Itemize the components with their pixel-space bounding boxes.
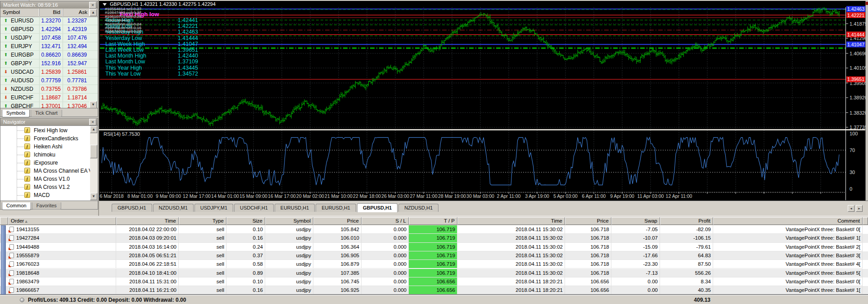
navigator-item-iexposure[interactable]: ƒiExposure xyxy=(0,159,90,167)
navigator-item-ma-cross-channel-ea-v1[interactable]: ƒMA Cross Channel EA V1 xyxy=(0,167,90,175)
bid-value: 0.86620 xyxy=(40,51,61,59)
tab-common[interactable]: Common xyxy=(2,202,31,210)
chart-scroll-strip[interactable] xyxy=(866,1,868,201)
navigator-item-ma-cross-v1-2[interactable]: ƒMA Cross V1.2 xyxy=(0,183,90,191)
cell-s-l: 0.000 xyxy=(362,269,409,277)
rsi-axis-label: 30 xyxy=(850,170,855,175)
navigator-close-icon[interactable]: × xyxy=(89,119,96,125)
symbol-name: USDCAD xyxy=(11,68,34,76)
pane-separator[interactable] xyxy=(99,129,865,130)
column-header-order[interactable]: Order ▵ xyxy=(8,217,116,225)
table-row[interactable]: 198186482018.04.10 18:41:00sell0.89usdjp… xyxy=(0,269,868,277)
navigator-item-label: iExposure xyxy=(34,160,58,166)
chart-tab-eurusd-h1[interactable]: EURUSD,H1 xyxy=(316,204,356,212)
column-header-symbol[interactable]: Symbol xyxy=(265,217,313,225)
indicator-icon: ƒ xyxy=(24,152,30,157)
annotation-value: 1.42441 xyxy=(178,17,198,23)
cell-price: 106.718 xyxy=(565,243,611,251)
tab-tick-chart[interactable]: Tick Chart xyxy=(31,110,62,117)
market-watch-close-icon[interactable]: × xyxy=(89,2,96,9)
cell-time: 2018.04.11 18:20:21 xyxy=(457,277,565,286)
cell-time: 2018.04.11 15:30:02 xyxy=(457,269,565,277)
market-watch-row[interactable]: ⬆EURGBP0.866200.86639 xyxy=(0,51,98,59)
navigator-scrollbar[interactable]: ▲ ▼ xyxy=(90,126,98,201)
cell-symbol: usdjpy xyxy=(265,251,313,260)
cell-price: 106.718 xyxy=(565,234,611,242)
table-row[interactable]: 198666572018.04.11 16:21:00sell0.16usdjp… xyxy=(0,286,868,295)
market-watch-row[interactable]: ⬇USDCAD1.258391.25861 xyxy=(0,68,98,76)
table-row[interactable]: 196760232018.04.06 22:18:51sell0.58usdjp… xyxy=(0,260,868,268)
chart-tab-gbpusd-h1[interactable]: GBPUSD,H1 xyxy=(357,203,398,212)
scroll-up-button[interactable]: ▲ xyxy=(90,9,97,16)
annotation-value: 1.42440 xyxy=(178,53,198,59)
market-watch-row[interactable]: ⬇NZDUSD0.737550.73786 xyxy=(0,85,98,94)
cell-price: 105.842 xyxy=(313,225,362,234)
cell-size: 0.24 xyxy=(226,243,265,251)
table-row[interactable]: 198634792018.04.11 15:31:00sell0.10usdjp… xyxy=(0,277,868,286)
scroll-down-button[interactable]: ▼ xyxy=(90,193,97,200)
cell-type: sell xyxy=(179,260,226,268)
column-header-profit[interactable]: Profit xyxy=(660,217,713,225)
column-header-comment[interactable]: Comment xyxy=(713,217,863,225)
chart-background xyxy=(99,1,868,201)
bid-value: 1.23270 xyxy=(40,17,61,25)
column-header-s-l[interactable]: S / L xyxy=(362,217,409,225)
column-header-type[interactable]: Type xyxy=(179,217,226,225)
chart-tab-nzdusd-m1[interactable]: NZDUSD,M1 xyxy=(153,204,194,212)
cell-time: 2018.04.11 15:30:02 xyxy=(457,225,565,234)
column-header-swap[interactable]: Swap xyxy=(611,217,660,225)
cell-t-p: 106.719 xyxy=(409,243,457,251)
symbol-name: EURJPY xyxy=(11,42,32,50)
chart-tab-usdjpy-m1[interactable]: USDJPY,M1 xyxy=(194,204,233,212)
column-header-price[interactable]: Price xyxy=(565,217,611,225)
scroll-up-button[interactable]: ▲ xyxy=(90,126,97,133)
column-header-time[interactable]: Time xyxy=(457,217,565,225)
scrollbar-thumb[interactable] xyxy=(90,145,97,158)
column-header-size[interactable]: Size xyxy=(226,217,265,225)
market-watch-row[interactable]: ⬆GBPJPY152.916152.947 xyxy=(0,59,98,68)
chart-tab-nzdusd-h1[interactable]: NZDUSD,H1 xyxy=(398,204,439,212)
scroll-down-button[interactable]: ▼ xyxy=(90,101,97,108)
cell-price: 106.656 xyxy=(565,277,611,286)
chart-tab-eurusd-h1[interactable]: EURUSD,H1 xyxy=(275,204,315,212)
tabs-scroll-left-icon[interactable]: ◄ xyxy=(848,205,854,212)
chart-tab-usdchf-h1[interactable]: USDCHF,H1 xyxy=(234,204,274,212)
time-axis-label: 6 Apr 11:00 xyxy=(582,193,606,199)
navigator-item-ma-cross-v1-0[interactable]: ƒMA Cross V1.0 xyxy=(0,175,90,183)
cell-order: 19866657 xyxy=(8,286,116,295)
navigator-item-forexcandlesticks[interactable]: ƒForexCandlesticks xyxy=(0,134,90,143)
column-header-ask[interactable]: Ask xyxy=(63,9,90,16)
tab-symbols[interactable]: Symbols xyxy=(2,110,30,117)
column-header-t-p[interactable]: T / P xyxy=(409,217,457,225)
cell-time: 2018.04.10 18:41:00 xyxy=(116,269,179,277)
table-row[interactable]: 195558792018.04.05 06:51:21sell0.37usdjp… xyxy=(0,251,868,260)
symbol-name: EURUSD xyxy=(11,17,34,25)
market-watch-title[interactable]: Market Watch: 08:59:16 xyxy=(0,1,98,9)
navigator-item-ichimoku[interactable]: ƒIchimoku xyxy=(0,151,90,159)
market-watch-row[interactable]: ⬆EURJPY132.471132.494 xyxy=(0,42,98,51)
navigator-item-macd[interactable]: ƒMACD xyxy=(0,191,90,199)
table-row[interactable]: 194131552018.04.02 22:00:00sell0.10usdjp… xyxy=(0,225,868,234)
price-chart[interactable]: 6 Mar 20188 Mar 01:009 Mar 09:0012 Mar 1… xyxy=(99,1,868,201)
navigator-title[interactable]: Navigator xyxy=(0,118,98,126)
column-header-time[interactable]: Time xyxy=(116,217,179,225)
column-header-symbol[interactable]: Symbol xyxy=(0,9,40,16)
market-watch-row[interactable]: ⬆USDJPY107.458107.476 xyxy=(0,34,98,42)
market-watch-row[interactable]: ⬆AUDUSD0.777590.77781 xyxy=(0,76,98,85)
tab-favorites[interactable]: Favorites xyxy=(32,202,61,210)
table-row[interactable]: 194272842018.04.03 09:20:01sell0.16usdjp… xyxy=(0,234,868,242)
table-row[interactable]: 194494882018.04.03 16:14:00sell0.24usdjp… xyxy=(0,243,868,251)
navigator-item-heiken-ashi[interactable]: ƒHeiken Ashi xyxy=(0,143,90,151)
chart-tab-gbpusd-h1[interactable]: GBPUSD,H1 xyxy=(112,204,152,212)
navigator-item-flexi-high-low[interactable]: ƒFlexi High low xyxy=(0,126,90,134)
cell-order: 19676023 xyxy=(8,260,116,268)
column-header-bid[interactable]: Bid xyxy=(40,9,63,16)
annotation-label: This Year High xyxy=(105,65,142,71)
tabs-scroll-right-icon[interactable]: ► xyxy=(856,205,863,212)
column-header-price[interactable]: Price xyxy=(313,217,362,225)
annotation-label: This Year Low xyxy=(105,71,141,77)
market-watch-row[interactable]: ⬇EURCHF1.186871.18714 xyxy=(0,94,98,102)
market-watch-row[interactable]: ⬆EURUSD1.232701.23287 xyxy=(0,17,98,25)
ask-value: 0.86639 xyxy=(63,51,87,59)
market-watch-row[interactable]: ⬆GBPUSD1.422941.42319 xyxy=(0,25,98,34)
